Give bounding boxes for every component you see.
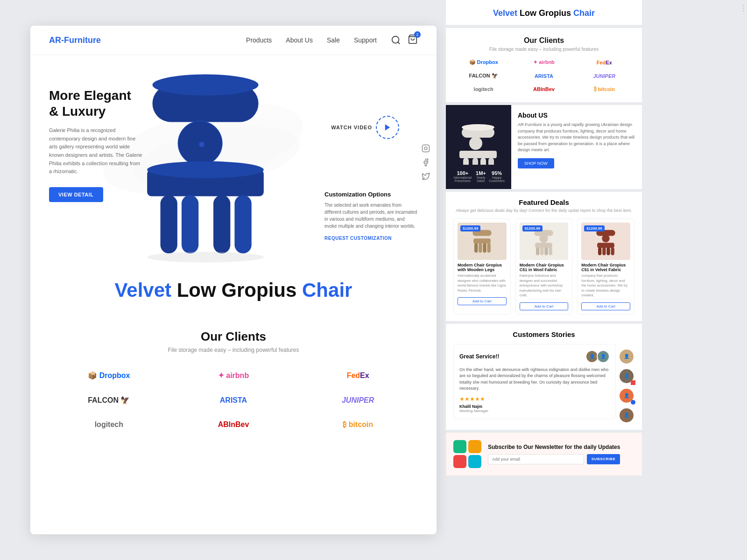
customization-desc: The selected art work emanates from diff…	[324, 202, 418, 230]
stat-customers: 95% Happy Customers	[489, 170, 505, 182]
right-logo-arista: ARISTA	[531, 71, 557, 81]
svg-rect-11	[161, 195, 177, 253]
svg-point-0	[392, 36, 399, 43]
svg-point-8	[199, 142, 204, 147]
product-desc-2: Kateryna Sokolova and designer and succe…	[520, 273, 569, 298]
play-button[interactable]	[376, 116, 399, 139]
product-name-2: Modern Chair Gropius C51 in Wool Fabric	[520, 263, 569, 272]
request-customization-link[interactable]: REQUEST CUSTOMIZATION	[324, 236, 392, 241]
svg-rect-48	[468, 440, 481, 453]
product-title-part1: Velvet	[115, 279, 171, 301]
svg-rect-39	[549, 247, 552, 255]
right-clients-section: Our Clients File storage made easy – inc…	[446, 28, 642, 102]
facebook-icon[interactable]	[422, 158, 430, 167]
right-title-bar: Velvet Low Gropius Chair	[446, 0, 642, 25]
product-img-3: $1200.99	[581, 223, 630, 260]
client-logo-airbnb: ✦ airbnb	[211, 367, 256, 384]
notification-dot	[631, 380, 635, 385]
client-logos-grid: 📦 Dropbox ✦ airbnb FedEx FALCON 🦅 ARISTA…	[49, 367, 418, 433]
newsletter-email-input[interactable]	[488, 454, 584, 464]
product-name-1: Modern Chair Gropius with Wooden Legs	[458, 263, 507, 272]
svg-rect-32	[487, 243, 490, 252]
hero-chair-image	[124, 69, 287, 265]
right-logo-juniper: JUNIPER	[589, 71, 619, 81]
add-to-cart-3[interactable]: Add to Cart	[581, 302, 630, 310]
cart-button[interactable]: 2	[408, 34, 418, 46]
right-title-part3: Chair	[573, 8, 595, 18]
svg-rect-23	[463, 158, 469, 165]
newsletter-form: SUBSCRIBE	[488, 454, 620, 464]
svg-rect-37	[541, 247, 544, 255]
right-logo-bitcoin: ₿ bitcoin	[590, 84, 619, 94]
client-logo-arista: ARISTA	[212, 392, 254, 408]
product-name-3: Modern Chair Gropius C51 in Velvet Fabri…	[581, 263, 630, 272]
story-title: Great Service!!	[459, 353, 499, 360]
product-card-1: $1200.99 Modern Chair Gropius with Woode…	[453, 218, 511, 315]
right-logo-falcon: FALCON 🦅	[465, 71, 502, 81]
svg-rect-12	[182, 195, 198, 253]
product-card-3: $1200.99 Modern Chair Gropius C51 in Vel…	[577, 218, 634, 315]
right-title-part1: Velvet	[493, 8, 517, 18]
customization-title: Customization Options	[324, 191, 418, 198]
svg-point-41	[602, 234, 610, 242]
newsletter-icon	[453, 440, 481, 468]
svg-rect-28	[473, 238, 491, 244]
main-panel: AR-Furniture Products About Us Sale Supp…	[30, 26, 437, 534]
cart-badge: 2	[414, 31, 421, 38]
svg-rect-14	[234, 195, 251, 253]
svg-point-21	[469, 137, 482, 150]
view-detail-button[interactable]: VIEW DETAIL	[49, 187, 103, 202]
hero-description: Galerie Philia is a recognized contempor…	[49, 126, 142, 176]
nav-support[interactable]: Support	[354, 36, 377, 44]
story-text: On the other hand, we denounce with righ…	[459, 367, 610, 392]
right-logo-abinbev: ABInBev	[529, 84, 558, 94]
customization-box: Customization Options The selected art w…	[324, 191, 418, 242]
right-logo-airbnb: ✦ airbnb	[529, 57, 558, 67]
nav-products[interactable]: Products	[246, 36, 272, 44]
right-clients-title: Our Clients	[455, 36, 633, 45]
product-desc-3: company that produces furniture, lightin…	[581, 273, 630, 298]
right-about-section: 100+ International Franchises 1M+ Yearly…	[446, 105, 642, 189]
svg-rect-24	[472, 158, 478, 165]
svg-rect-50	[468, 455, 481, 468]
client-logo-abinbev: ABInBev	[211, 417, 257, 433]
svg-point-5	[152, 74, 258, 95]
about-description: AR-Furniture is a young and rapidly grow…	[518, 122, 635, 154]
svg-rect-44	[602, 247, 606, 255]
about-text: About US AR-Furniture is a young and rap…	[511, 105, 642, 189]
watch-video-label: WATCH VIDEO	[331, 125, 372, 130]
side-avatar-1: 👤	[619, 349, 634, 364]
nav-sale[interactable]: Sale	[327, 36, 340, 44]
subscribe-button[interactable]: SUBSCRIBE	[587, 454, 620, 464]
hero-title: More Elegant & Luxury	[49, 88, 142, 119]
watch-video-button[interactable]: WATCH VIDEO	[331, 116, 399, 139]
newsletter-text: Subscribe to Our Newsletter for the dail…	[488, 444, 620, 464]
svg-rect-25	[480, 158, 486, 165]
right-logo-logitech: logitech	[470, 84, 497, 94]
client-logo-logitech: logitech	[87, 417, 131, 433]
stat-franchises: 100+ International Franchises	[452, 170, 473, 182]
notification-dot-2	[631, 400, 635, 405]
nav-about[interactable]: About Us	[286, 36, 313, 44]
product-desc-1: Internationally acclaimed designer who c…	[458, 273, 507, 293]
shop-now-button[interactable]: SHOP NOW	[518, 158, 554, 168]
instagram-icon[interactable]	[422, 144, 430, 153]
logo-rest: -Furniture	[61, 35, 101, 45]
right-logo-fedex: FedEx	[593, 58, 616, 67]
featured-title: Featured Deals	[453, 198, 634, 206]
twitter-icon[interactable]	[422, 172, 430, 181]
story-card: Great Service!! 👤 👤 On the other hand, w…	[453, 344, 616, 419]
add-to-cart-1[interactable]: Add to Cart	[458, 297, 507, 305]
svg-rect-43	[598, 247, 601, 255]
search-icon[interactable]	[391, 35, 401, 45]
story-header: Great Service!! 👤 👤	[459, 350, 610, 363]
about-chair-img	[452, 123, 504, 165]
add-to-cart-2[interactable]: Add to Cart	[520, 302, 569, 310]
side-avatar-4: 👤	[619, 407, 634, 423]
clients-subtitle: File storage made easy – including power…	[49, 347, 418, 353]
svg-rect-31	[483, 243, 486, 252]
right-product-title: Velvet Low Gropius Chair	[455, 8, 633, 18]
hero-section: More Elegant & Luxury Galerie Philia is …	[30, 55, 437, 270]
client-logo-dropbox: 📦 Dropbox	[80, 367, 137, 384]
featured-subtitle: Always get delicious deals day by day! C…	[453, 208, 634, 213]
